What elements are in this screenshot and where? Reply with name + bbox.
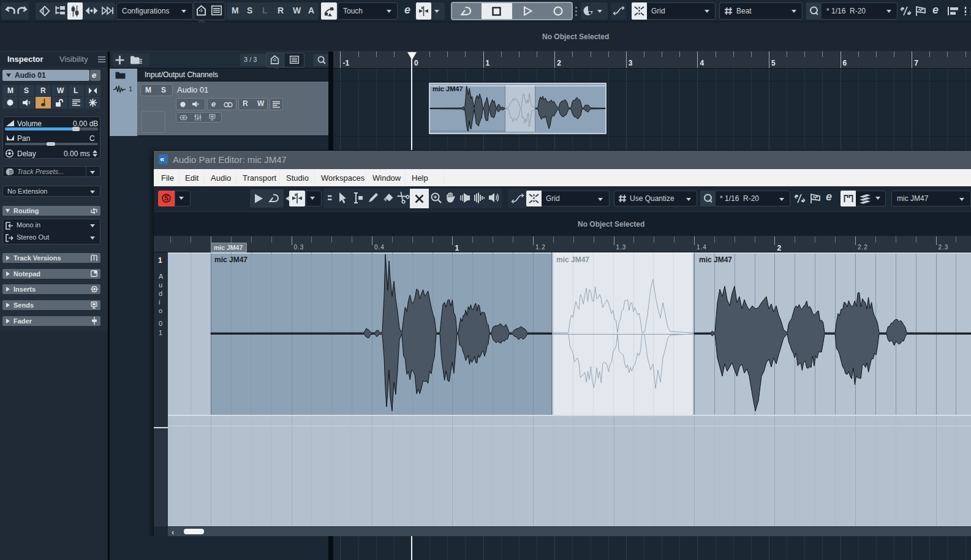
svg-text:S: S bbox=[164, 194, 168, 202]
